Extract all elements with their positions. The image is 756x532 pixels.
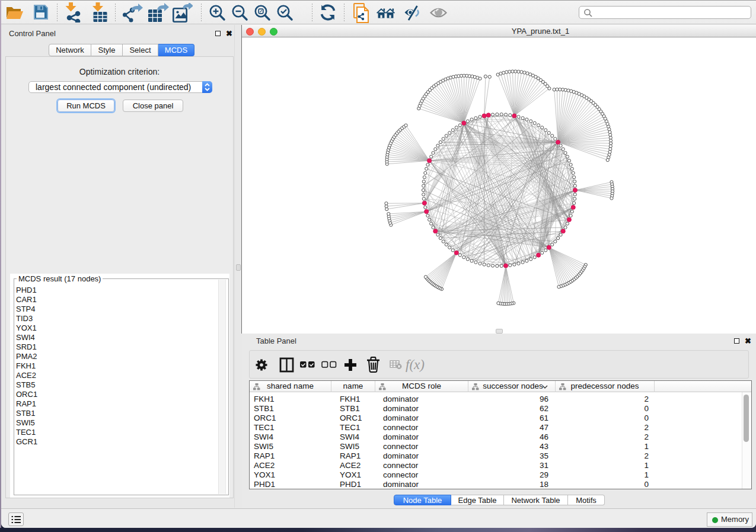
svg-text:f(x): f(x) — [406, 357, 425, 372]
